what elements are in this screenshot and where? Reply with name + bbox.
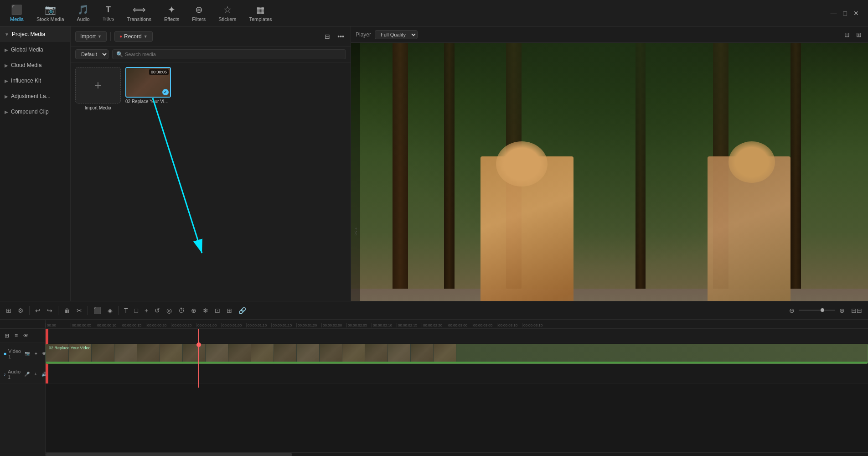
templates-icon: ▦	[256, 4, 265, 15]
ruler-mark: 00:00:02:15	[397, 323, 422, 327]
nav-filters[interactable]: ⊛ Filters	[186, 1, 212, 25]
top-nav: ⬛ Media 📷 Stock Media 🎵 Audio T Titles ⟺…	[0, 0, 868, 26]
ruler-mark: 00:00:02:05	[346, 323, 372, 327]
stock-media-icon: 📷	[45, 4, 56, 15]
track-options-btn[interactable]: ≡	[13, 332, 20, 340]
player-header: Player Full Quality ⊟ ⊞	[351, 26, 868, 43]
track-camera-btn[interactable]: 📷	[23, 350, 32, 357]
nav-templates[interactable]: ▦ Templates	[243, 1, 278, 25]
add-video-track-btn[interactable]: ⊞	[3, 332, 11, 340]
video-clip[interactable]: 02 Replace Your Video	[46, 344, 868, 364]
chevron-icon: ▼	[5, 32, 9, 37]
tracks-content: 02 Replace Your Video	[46, 329, 868, 456]
sidebar-item-influence-kit[interactable]: ▶ Influence Kit	[0, 73, 70, 88]
audio-track-controls: 🎤 + 🔊	[22, 371, 49, 378]
filmstrip-frame	[342, 344, 365, 363]
nav-audio[interactable]: 🎵 Audio	[71, 1, 96, 25]
link-btn[interactable]: 🔗	[236, 306, 248, 316]
filmstrip-frame	[320, 344, 342, 363]
track-controls: 📷 + 👁	[23, 350, 48, 357]
split-btn[interactable]: ⊕	[189, 306, 199, 316]
filter-select[interactable]: Default	[75, 49, 108, 59]
group-btn[interactable]: ⊞	[224, 306, 234, 316]
track-add-btn[interactable]: +	[33, 350, 39, 357]
filmstrip-frame	[160, 344, 183, 363]
audio-mic-btn[interactable]: 🎤	[22, 371, 31, 378]
rotate-btn[interactable]: ↺	[152, 306, 162, 316]
color-btn[interactable]: ⊡	[212, 306, 222, 316]
nav-stock-media[interactable]: 📷 Stock Media	[30, 1, 71, 25]
ripple-tool-btn[interactable]: ◈	[105, 306, 115, 316]
layout-options-btn[interactable]: ⊟⊟	[849, 306, 864, 316]
nav-transitions[interactable]: ⟺ Transitions	[121, 1, 158, 25]
select-tool-btn[interactable]: ⬛	[91, 306, 103, 316]
sidebar-item-compound-clip[interactable]: ▶ Compound Clip	[0, 104, 70, 119]
add-track-btn[interactable]: ⊞	[4, 306, 14, 316]
media-filter-bar: Default 🔍	[71, 47, 351, 62]
speed-btn[interactable]: ⏱	[176, 306, 187, 316]
ruler-marks: 00:00 00:00:00:05 00:00:00:10 00:00:00:1…	[46, 320, 868, 328]
audio-add-btn[interactable]: +	[32, 371, 39, 378]
undo-btn[interactable]: ↩	[33, 306, 43, 316]
toolbar-sep-2	[58, 306, 58, 315]
sidebar-item-adjustment-layer[interactable]: ▶ Adjustment La...	[0, 88, 70, 104]
player-settings-btn[interactable]: ⊟	[842, 30, 852, 39]
nav-stickers[interactable]: ☆ Stickers	[212, 1, 243, 25]
titles-icon: T	[106, 5, 111, 15]
filter-icon[interactable]: ⊟	[323, 32, 332, 41]
delete-btn[interactable]: 🗑	[62, 306, 72, 316]
crop-btn[interactable]: □	[132, 306, 140, 316]
track-view-btn[interactable]: 👁	[21, 332, 31, 340]
track-add-row: ⊞ ≡ 👁	[0, 329, 45, 342]
sidebar-item-global-media[interactable]: ▶ Global Media	[0, 42, 70, 57]
zoom-slider[interactable]	[799, 310, 835, 311]
ruler-mark: 00:00	[46, 323, 71, 327]
media-thumb-video1[interactable]: 00:00:05 ✓ 02 Replace Your Video	[125, 67, 171, 110]
ruler-mark: 00:00:00:20	[146, 323, 171, 327]
media-thumb-image: 00:00:05 ✓	[125, 67, 171, 98]
toolbar-sep-1	[29, 306, 30, 315]
settings-btn[interactable]: ⚙	[16, 306, 26, 316]
ruler-mark: 00:00:03:15	[522, 323, 547, 327]
zoom-in-btn[interactable]: ⊕	[837, 306, 847, 316]
zoom-out-btn[interactable]: ⊖	[787, 306, 797, 316]
hat-1	[496, 141, 548, 187]
import-media-button[interactable]: +	[75, 67, 121, 104]
toolbar-sep-4	[118, 306, 119, 315]
search-input[interactable]	[125, 52, 342, 57]
mirror-btn[interactable]: ◎	[164, 306, 174, 316]
window-minimize-btn[interactable]: —	[829, 9, 839, 18]
hat-2	[728, 141, 775, 183]
more-options-btn[interactable]: •••	[336, 32, 346, 41]
filmstrip-frame	[411, 344, 434, 363]
freeze-btn[interactable]: ❄	[201, 306, 211, 316]
player-fullscreen-btn[interactable]: ⊞	[854, 30, 863, 39]
zoom-handle	[821, 308, 824, 312]
cut-btn[interactable]: ✂	[74, 306, 84, 316]
search-icon: 🔍	[116, 51, 123, 57]
scrollbar-thumb[interactable]	[46, 453, 292, 456]
nav-media[interactable]: ⬛ Media	[4, 1, 30, 25]
video-track-icon: ■	[4, 351, 6, 356]
quality-select[interactable]: Full Quality	[375, 30, 418, 39]
ruler-mark: 00:00:02:10	[372, 323, 397, 327]
window-maximize-btn[interactable]: □	[842, 9, 849, 18]
text-tool-btn[interactable]: T	[122, 306, 130, 316]
video-track-content: 02 Replace Your Video	[46, 342, 868, 365]
nav-titles[interactable]: T Titles	[96, 2, 121, 24]
transition-btn[interactable]: +	[142, 306, 150, 316]
ruler-mark: 00:00:01:10	[246, 323, 271, 327]
import-button[interactable]: Import ▼	[75, 31, 107, 42]
redo-btn[interactable]: ↪	[45, 306, 55, 316]
sidebar-item-cloud-media[interactable]: ▶ Cloud Media	[0, 57, 70, 73]
sidebar-item-project-media[interactable]: ▼ Project Media	[0, 26, 70, 42]
audio-1-track-label: ♪ Audio 1 🎤 + 🔊	[0, 365, 45, 383]
window-close-btn[interactable]: ✕	[852, 9, 861, 18]
record-button[interactable]: ● Record ▼	[114, 31, 153, 42]
timeline-scrollbar[interactable]	[46, 452, 868, 456]
playhead[interactable]	[198, 329, 199, 388]
app-container: ⬛ Media 📷 Stock Media 🎵 Audio T Titles ⟺…	[0, 0, 868, 456]
ruler-mark: 00:00:00:15	[121, 323, 146, 327]
media-icon: ⬛	[11, 4, 22, 15]
nav-effects[interactable]: ✦ Effects	[158, 1, 186, 25]
